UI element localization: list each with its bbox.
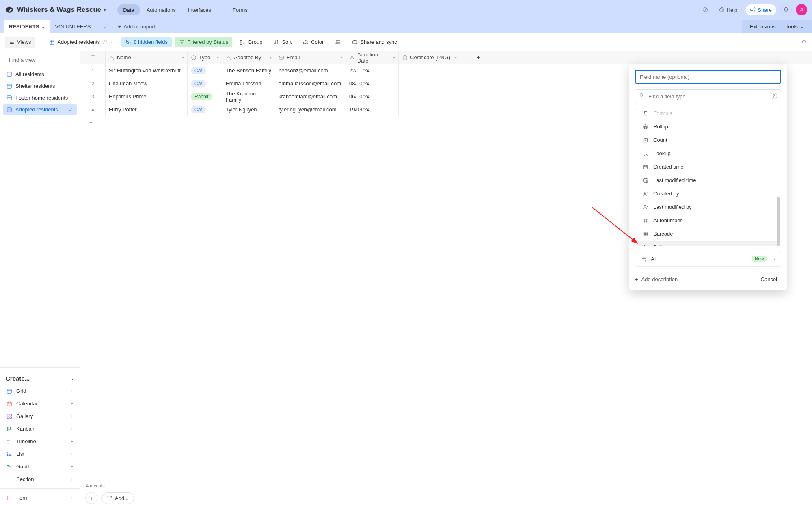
cell-adopted-by[interactable]: Tyler Nguyen — [222, 103, 275, 116]
footer-add-button[interactable]: Add... — [102, 492, 134, 504]
base-name[interactable]: Whiskers & Wags Rescue ▾ — [17, 6, 106, 14]
cell-email[interactable]: bensonz@email.com — [275, 64, 346, 77]
add-row-button[interactable]: + — [80, 116, 497, 129]
cell-adopted-by[interactable]: Emma Larsson — [222, 77, 275, 90]
email-link[interactable]: emma.larsson@email.com — [279, 80, 341, 87]
chevron-down-icon[interactable]: ▾ — [340, 55, 342, 60]
share-sync-button[interactable]: Share and sync — [348, 37, 401, 47]
create-timeline[interactable]: Timeline+ — [3, 436, 77, 447]
cell-email[interactable]: tyler.nguyen@email.com — [275, 103, 346, 116]
chevron-down-icon[interactable]: ▾ — [217, 55, 219, 60]
create-gantt[interactable]: Gantt+ — [3, 461, 77, 472]
create-header[interactable]: Create... ⌄ — [3, 372, 77, 385]
cancel-button[interactable]: Cancel — [757, 274, 781, 285]
chevron-down-icon[interactable]: ▾ — [393, 55, 395, 60]
create-form[interactable]: Form+ — [3, 492, 77, 504]
tab-forms[interactable]: Forms — [227, 4, 253, 15]
sort-button[interactable]: Sort — [270, 37, 296, 47]
filter-button[interactable]: Filtered by Status — [175, 37, 232, 47]
cell-type[interactable]: Cat — [188, 77, 222, 90]
create-list[interactable]: List+ — [3, 448, 77, 460]
col-certificate[interactable]: Certificate (PNG)▾ — [399, 51, 460, 64]
cell-name[interactable]: Chairman Meow — [106, 77, 188, 90]
hidden-fields-button[interactable]: 8 hidden fields — [121, 37, 172, 47]
checkbox[interactable] — [91, 55, 95, 60]
field-type-count[interactable]: Count — [637, 133, 779, 147]
add-column-button[interactable]: + — [460, 51, 497, 64]
add-table-button[interactable]: + Add or import — [113, 24, 160, 30]
extensions-button[interactable]: Extensions — [745, 20, 781, 33]
cell-date[interactable]: 06/10/24 — [346, 90, 399, 103]
field-type-search[interactable] — [635, 89, 781, 103]
email-link[interactable]: krancomfam@email.com — [279, 93, 337, 100]
field-type-autonumber[interactable]: Autonumber — [637, 214, 779, 227]
view-switcher[interactable]: Adopted residents ⌄ — [45, 37, 118, 47]
create-gallery[interactable]: Gallery+ — [3, 410, 77, 422]
field-type-rollup[interactable]: Rollup — [637, 120, 779, 133]
select-all-cell[interactable] — [80, 51, 106, 64]
cell-type[interactable]: Cat — [188, 103, 222, 116]
chevron-down-icon[interactable]: ▾ — [455, 55, 457, 60]
view-all-residents[interactable]: All residents — [3, 69, 77, 80]
cell-name[interactable]: Furry Potter — [106, 103, 188, 116]
create-section[interactable]: Section+ — [3, 473, 77, 485]
cell-adopted-by[interactable]: The Benson Family — [222, 64, 275, 77]
cell-email[interactable]: krancomfam@email.com — [275, 90, 346, 103]
col-email[interactable]: Email▾ — [275, 51, 346, 64]
col-adopted-by[interactable]: Adopted By▾ — [222, 51, 275, 64]
scrollbar-thumb[interactable] — [777, 197, 780, 246]
field-type-lookup[interactable]: Lookup — [637, 147, 779, 160]
views-button[interactable]: Views — [5, 37, 35, 48]
avatar[interactable]: J — [796, 4, 807, 15]
search-icon[interactable] — [801, 39, 807, 45]
add-description-button[interactable]: + Add description — [635, 276, 678, 282]
color-button[interactable]: Color — [299, 37, 328, 47]
tab-interfaces[interactable]: Interfaces — [182, 4, 217, 15]
email-link[interactable]: tyler.nguyen@email.com — [279, 106, 337, 113]
group-button[interactable]: Group — [235, 37, 266, 47]
row-height-button[interactable] — [331, 37, 345, 47]
field-type-barcode[interactable]: Barcode — [637, 227, 779, 240]
share-button[interactable]: Share — [745, 4, 776, 15]
cell-name[interactable]: Hoptimus Prime — [106, 90, 188, 103]
tab-data[interactable]: Data — [117, 4, 140, 15]
notifications-icon[interactable] — [780, 4, 792, 15]
cell-date[interactable]: 22/11/24 — [346, 64, 399, 77]
add-record-button[interactable]: + — [85, 492, 97, 504]
chevron-down-icon[interactable]: ▾ — [182, 55, 184, 60]
cell-date[interactable]: 08/10/24 — [346, 77, 399, 90]
table-tab-residents[interactable]: RESIDENTS ⌄ — [4, 20, 50, 33]
history-icon[interactable] — [700, 4, 711, 15]
email-link[interactable]: bensonz@email.com — [279, 67, 328, 74]
help-icon[interactable]: ? — [771, 93, 777, 99]
tools-button[interactable]: Tools ⌄ — [781, 20, 809, 33]
tab-automations[interactable]: Automations — [141, 4, 181, 15]
field-type-button[interactable]: Button — [637, 240, 779, 246]
create-kanban[interactable]: Kanban+ — [3, 423, 77, 435]
help-button[interactable]: Help — [715, 5, 742, 15]
cell-type[interactable]: Rabbit — [188, 90, 222, 103]
cell-email[interactable]: emma.larsson@email.com — [275, 77, 346, 90]
find-view-input[interactable] — [9, 57, 77, 63]
cell-name[interactable]: Sir Fluffington von Whiskerbutt — [106, 64, 188, 77]
chevron-down-icon[interactable]: ▾ — [270, 55, 272, 60]
cell-adopted-by[interactable]: The Krancom Family — [222, 90, 275, 103]
field-type-last-modified-by[interactable]: Last modified by — [637, 200, 779, 214]
field-type-ai[interactable]: AI New › — [635, 251, 781, 266]
view-foster-residents[interactable]: Foster home residents — [3, 92, 77, 103]
table-tab-volunteers[interactable]: VOLUNTEERS — [50, 20, 95, 33]
col-type[interactable]: Type▾ — [188, 51, 222, 64]
view-shelter-residents[interactable]: Shelter residents — [3, 80, 77, 91]
table-tab-dropdown[interactable]: ⌄ — [98, 20, 111, 33]
field-type-formula[interactable]: Formula — [637, 109, 779, 120]
cell-type[interactable]: Cat — [188, 64, 222, 77]
create-calendar[interactable]: Calendar+ — [3, 398, 77, 410]
field-name-input[interactable] — [635, 70, 781, 84]
create-grid[interactable]: Grid+ — [3, 385, 77, 397]
field-type-last-modified-time[interactable]: Last modified time — [637, 173, 779, 187]
col-adoption-date[interactable]: Adoption Date▾ — [346, 51, 399, 64]
field-type-created-by[interactable]: Created by — [637, 187, 779, 200]
view-adopted-residents[interactable]: Adopted residents — [3, 104, 77, 115]
cell-date[interactable]: 19/09/24 — [346, 103, 399, 116]
col-name[interactable]: Name▾ — [106, 51, 188, 64]
